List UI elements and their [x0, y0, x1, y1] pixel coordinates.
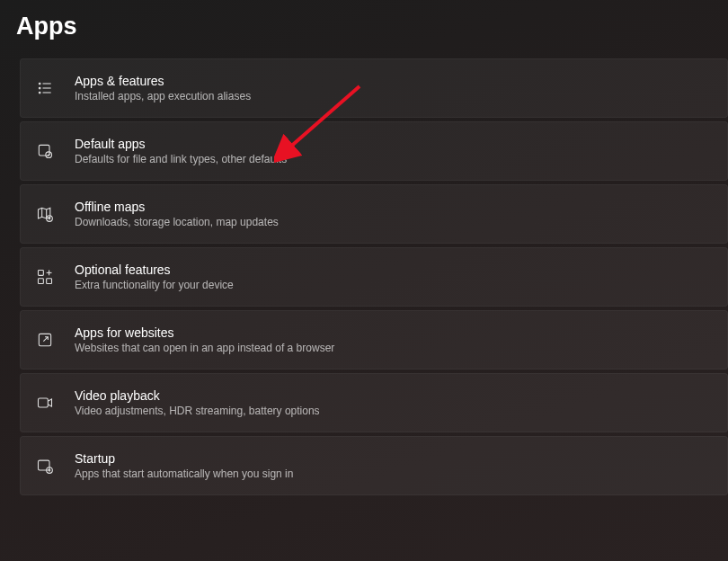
svg-rect-15: [39, 398, 49, 407]
item-title: Offline maps: [75, 200, 279, 214]
svg-rect-16: [39, 460, 50, 470]
svg-point-4: [39, 92, 40, 94]
item-offline-maps[interactable]: Offline maps Downloads, storage location…: [20, 184, 728, 244]
item-subtitle: Installed apps, app execution aliases: [75, 90, 251, 102]
video-icon: [35, 393, 55, 413]
svg-point-0: [39, 83, 40, 85]
item-subtitle: Extra functionality for your device: [75, 279, 234, 291]
item-optional-features[interactable]: Optional features Extra functionality fo…: [20, 247, 728, 307]
item-default-apps[interactable]: Default apps Defaults for file and link …: [20, 121, 728, 181]
item-subtitle: Video adjustments, HDR streaming, batter…: [75, 405, 320, 417]
page-title: Apps: [0, 0, 728, 58]
item-video-playback[interactable]: Video playback Video adjustments, HDR st…: [20, 373, 728, 432]
item-apps-features[interactable]: Apps & features Installed apps, app exec…: [20, 58, 728, 118]
item-title: Apps for websites: [75, 325, 334, 340]
svg-point-2: [39, 87, 40, 89]
map-download-icon: [35, 204, 55, 224]
item-subtitle: Websites that can open in an app instead…: [75, 342, 334, 354]
item-subtitle: Defaults for file and link types, other …: [75, 153, 287, 165]
item-apps-for-websites[interactable]: Apps for websites Websites that can open…: [20, 310, 728, 370]
settings-list: Apps & features Installed apps, app exec…: [0, 58, 728, 495]
add-app-icon: [35, 267, 55, 287]
item-subtitle: Apps that start automatically when you s…: [75, 468, 293, 480]
svg-rect-10: [39, 279, 44, 284]
default-app-icon: [35, 141, 55, 161]
item-title: Startup: [75, 451, 293, 466]
svg-rect-11: [47, 279, 52, 284]
svg-rect-6: [39, 145, 49, 156]
external-link-icon: [35, 330, 55, 350]
svg-rect-9: [39, 271, 44, 276]
list-icon: [35, 78, 55, 98]
item-title: Apps & features: [75, 74, 251, 88]
item-title: Default apps: [75, 137, 287, 151]
item-title: Optional features: [75, 263, 234, 277]
startup-icon: [35, 456, 55, 476]
item-startup[interactable]: Startup Apps that start automatically wh…: [20, 436, 728, 495]
item-title: Video playback: [75, 388, 320, 403]
item-subtitle: Downloads, storage location, map updates: [75, 216, 279, 228]
